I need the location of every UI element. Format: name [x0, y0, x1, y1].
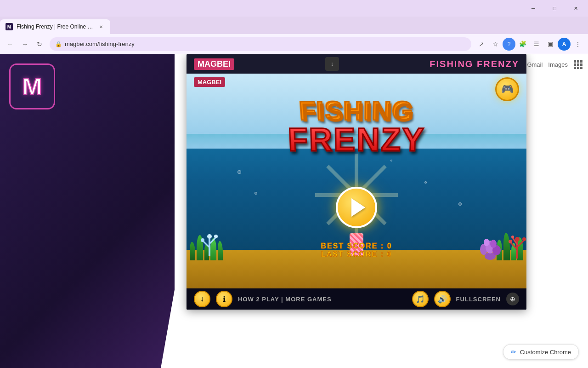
- customize-chrome-button[interactable]: ✏ Customize Chrome: [503, 344, 579, 360]
- bubble-2: [254, 192, 257, 195]
- m-logo-container: M: [9, 63, 55, 109]
- game-header-icon[interactable]: ↓: [325, 57, 339, 71]
- address-bar[interactable]: 🔒 magbei.com/fishing-frenzy: [50, 37, 471, 51]
- ice-coral-left: [200, 234, 219, 259]
- bubble-3: [424, 181, 427, 184]
- coral-purple: [477, 231, 503, 263]
- tab-favicon: M: [6, 23, 13, 30]
- coral-red: [508, 236, 526, 263]
- best-score-text: BEST SCORE : 0: [321, 242, 392, 250]
- game-window: MAGBEI ↓ FISHING FRENZY MAGBEI 🎮: [187, 54, 526, 310]
- active-tab[interactable]: M Fishing Frenzy | Free Online G... ✕: [0, 19, 110, 34]
- svg-rect-1: [577, 60, 579, 63]
- title-bar: ─ □ ✕: [0, 0, 588, 17]
- toolbar-right: ↗ ☆ ? 🧩 ☰ ▣ A ⋮: [475, 38, 584, 51]
- magbei-watermark: MAGBEI: [194, 77, 225, 87]
- back-button[interactable]: ←: [4, 38, 17, 51]
- game-header: MAGBEI ↓ FISHING FRENZY: [187, 54, 526, 74]
- info-button[interactable]: ℹ: [216, 291, 232, 307]
- fullscreen-label[interactable]: FULLSCREEN: [456, 296, 501, 303]
- play-triangle-icon: [351, 198, 365, 217]
- extensions-button[interactable]: 🧩: [516, 38, 529, 51]
- svg-rect-0: [574, 60, 576, 63]
- svg-point-21: [484, 239, 489, 246]
- toolbar: ← → ↻ 🔒 magbei.com/fishing-frenzy ↗ ☆ ? …: [0, 34, 588, 54]
- svg-rect-7: [577, 67, 579, 69]
- fullscreen-icon[interactable]: ⊕: [506, 293, 519, 305]
- google-header: Gmail Images: [527, 58, 584, 71]
- help-button[interactable]: ?: [503, 38, 515, 51]
- customize-chrome-label: Customize Chrome: [520, 349, 571, 356]
- images-link[interactable]: Images: [548, 61, 568, 68]
- bookmark-button[interactable]: ☆: [489, 38, 502, 51]
- left-panel: M: [0, 54, 188, 368]
- svg-point-22: [490, 240, 497, 248]
- url-text: magbei.com/fishing-frenzy: [65, 40, 466, 47]
- game-header-title: FISHING FRENZY: [430, 59, 519, 69]
- music-button[interactable]: 🎵: [412, 291, 429, 307]
- svg-point-29: [522, 237, 526, 241]
- footer-right: 🎵 🔊 FULLSCREEN ⊕: [412, 291, 519, 307]
- tab-bar: M Fishing Frenzy | Free Online G... ✕: [0, 17, 588, 34]
- main-content: M Gmail Images: [0, 54, 588, 368]
- frenzy-text: FRENZY: [287, 121, 426, 158]
- sound-button[interactable]: 🔊: [434, 291, 451, 307]
- svg-rect-5: [580, 63, 582, 66]
- svg-point-28: [509, 240, 512, 243]
- m-logo-text: M: [22, 73, 42, 100]
- magbei-header-logo: MAGBEI: [194, 58, 234, 70]
- reload-button[interactable]: ↻: [33, 38, 46, 51]
- forward-button[interactable]: →: [18, 38, 31, 51]
- tab-close-button[interactable]: ✕: [97, 23, 105, 30]
- svg-line-32: [203, 241, 209, 247]
- svg-rect-2: [580, 60, 582, 63]
- reading-list-button[interactable]: ☰: [530, 38, 543, 51]
- m-logo: M: [9, 63, 55, 109]
- score-display: BEST SCORE : 0 LAST SCORE : 0: [321, 242, 392, 259]
- game-controller-icon: 🎮: [495, 77, 519, 101]
- more-menu-button[interactable]: ⋮: [571, 38, 584, 51]
- svg-point-35: [201, 238, 204, 242]
- last-score-text: LAST SCORE : 0: [321, 250, 392, 259]
- game-title-display: FISHING FRENZY: [288, 95, 425, 158]
- google-links: Gmail Images: [527, 61, 568, 68]
- svg-rect-3: [574, 63, 576, 66]
- minimize-button[interactable]: ─: [523, 0, 544, 17]
- pencil-icon: ✏: [511, 348, 516, 356]
- sidebar-button[interactable]: ▣: [544, 38, 557, 51]
- tab-title: Fishing Frenzy | Free Online G...: [17, 23, 94, 30]
- chrome-browser: ─ □ ✕ M Fishing Frenzy | Free Online G..…: [0, 0, 588, 368]
- svg-rect-6: [574, 67, 576, 69]
- fishing-text: FISHING: [287, 95, 426, 126]
- plant-1: [190, 242, 195, 260]
- share-button[interactable]: ↗: [475, 38, 488, 51]
- how-to-play-link[interactable]: HOW 2 PLAY | MORE GAMES: [238, 296, 332, 303]
- svg-point-36: [214, 235, 218, 238]
- restore-button[interactable]: □: [544, 0, 565, 17]
- window-controls: ─ □ ✕: [523, 0, 586, 17]
- game-footer: ↓ ℹ HOW 2 PLAY | MORE GAMES 🎵 🔊 FULLSCRE…: [187, 288, 526, 310]
- svg-point-34: [207, 234, 212, 239]
- profile-button[interactable]: A: [558, 38, 571, 51]
- play-button[interactable]: [336, 187, 377, 228]
- svg-rect-4: [577, 63, 579, 66]
- plant-5: [218, 241, 223, 260]
- game-scene: MAGBEI 🎮 FISHING FRENZY: [187, 74, 526, 288]
- lock-icon: 🔒: [55, 41, 62, 47]
- svg-point-30: [511, 236, 514, 238]
- download-button[interactable]: ↓: [194, 291, 210, 307]
- google-apps-button[interactable]: [571, 58, 584, 71]
- gmail-link[interactable]: Gmail: [527, 61, 543, 68]
- svg-rect-8: [580, 67, 582, 69]
- close-button[interactable]: ✕: [565, 0, 586, 17]
- svg-point-27: [515, 237, 520, 242]
- footer-left: ↓ ℹ HOW 2 PLAY | MORE GAMES: [194, 291, 332, 307]
